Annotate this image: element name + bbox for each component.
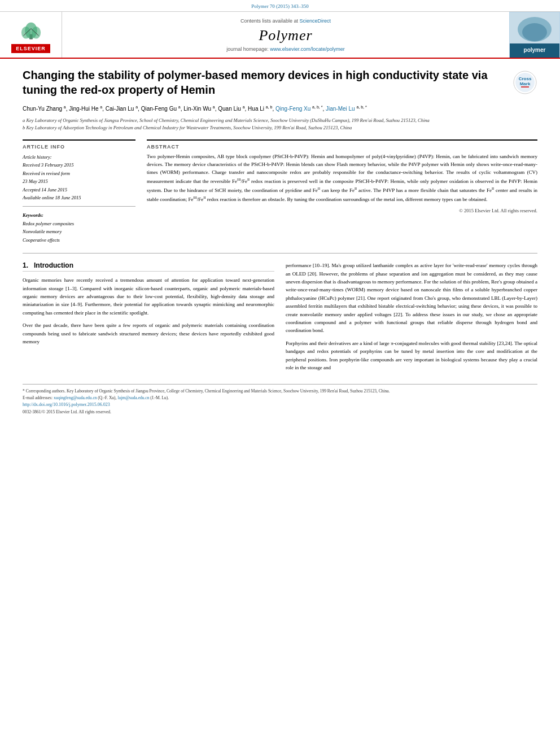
article-info-header: ARTICLE INFO	[23, 144, 135, 150]
sciencedirect-line: Contents lists available at ScienceDirec…	[240, 18, 331, 24]
abstract-header: ABSTRACT	[147, 144, 537, 150]
keyword-1: Redox polymer composites	[23, 220, 135, 228]
main-content-area: 1. Introduction Organic memories have re…	[23, 261, 537, 376]
right-paragraph-1: performance [10–19]. Ma's group utilized…	[286, 261, 537, 335]
intro-col-right: performance [10–19]. Ma's group utilized…	[286, 261, 537, 376]
footer-doi: http://dx.doi.org/10.1016/j.polymer.2015…	[23, 401, 537, 409]
homepage-prefix: journal homepage:	[226, 46, 269, 52]
crossmark-icon: Cross Mark	[513, 70, 537, 95]
author-hua-li: Hua Li	[248, 106, 264, 112]
email-1-link[interactable]: xuqingfeng@suda.edu.cn	[54, 395, 97, 400]
article-info-abstract-section: ARTICLE INFO Article history: Received 3…	[23, 139, 537, 244]
svg-point-3	[31, 27, 40, 39]
svg-point-2	[21, 27, 30, 39]
intro-heading: 1. Introduction	[23, 261, 274, 272]
footer-footnote: * Corresponding authors. Key Laboratory …	[23, 388, 537, 395]
journal-homepage-line: journal homepage: www.elsevier.com/locat…	[226, 46, 345, 52]
journal-ref-text: Polymer 70 (2015) 343–350	[251, 3, 309, 9]
email-1-name: (Q.-F. Xu),	[98, 395, 116, 400]
author-qing-feng-xu[interactable]: Qing-Feng Xu	[275, 106, 310, 112]
polymer-image-graphic: polymer	[510, 12, 559, 58]
keywords-label: Keywords:	[23, 211, 135, 219]
email-label: E-mail addresses:	[23, 395, 53, 400]
author-jian-mei-lu[interactable]: Jian-Mei Lu	[326, 106, 355, 112]
intro-col-left: 1. Introduction Organic memories have re…	[23, 261, 274, 376]
sciencedirect-link[interactable]: ScienceDirect	[300, 18, 331, 24]
author-quan-liu: Quan Liu	[218, 106, 241, 112]
svg-text:Cross: Cross	[519, 76, 532, 81]
intro-paragraph-1: Organic memories have recently received …	[23, 276, 274, 317]
affiliation-b: b Key Laboratory of Adsorption Technolog…	[23, 124, 537, 132]
homepage-link[interactable]: www.elsevier.com/locate/polymer	[270, 46, 345, 52]
footer-section: * Corresponding authors. Key Laboratory …	[23, 384, 537, 416]
journal-center-area: Contents lists available at ScienceDirec…	[62, 12, 509, 58]
footer-issn: 0032-3861/© 2015 Elsevier Ltd. All right…	[23, 409, 537, 416]
elsevier-wordmark: ELSEVIER	[11, 44, 50, 53]
abstract-paragraph: Two polymer-Hemin composites, AB type bl…	[147, 153, 537, 204]
crossmark-badge[interactable]: Cross Mark	[513, 70, 537, 95]
keywords-section: Keywords: Redox polymer composites Nonvo…	[23, 211, 135, 244]
article-container: Changing the stability of polymer-based …	[0, 59, 560, 427]
available-date: Available online 18 June 2015	[23, 194, 135, 202]
author-qian-feng-gu: Qian-Feng Gu	[141, 106, 177, 112]
copyright-line: © 2015 Elsevier Ltd. All rights reserved…	[147, 208, 537, 213]
abstract-text: Two polymer-Hemin composites, AB type bl…	[147, 153, 537, 204]
polymer-journal-image: polymer	[509, 12, 560, 58]
keyword-3: Cooperative effects	[23, 236, 135, 244]
journal-header: ELSEVIER Contents lists available at Sci…	[0, 12, 560, 59]
section-divider	[23, 253, 537, 254]
accepted-date: Accepted 14 June 2015	[23, 186, 135, 194]
author-lin-xin-wu: Lin-Xin Wu	[183, 106, 211, 112]
authors-line: Chun-Yu Zhang a, Jing-Hui He a, Cai-Jian…	[23, 104, 537, 113]
author-chun-yu-zhang: Chun-Yu Zhang	[23, 106, 62, 112]
doi-link[interactable]: http://dx.doi.org/10.1016/j.polymer.2015…	[23, 402, 110, 407]
abstract-col: ABSTRACT Two polymer-Hemin composites, A…	[147, 139, 537, 244]
received-revised-date: 23 May 2015	[23, 177, 135, 185]
affiliations: a Key Laboratory of Organic Synthesis of…	[23, 117, 537, 132]
elsevier-tree-icon	[14, 16, 48, 42]
polymer-cover-svg: polymer	[510, 12, 559, 58]
email-2-name: (J.-M. Lu).	[150, 395, 169, 400]
email-2-link[interactable]: lujm@suda.edu.cn	[117, 395, 149, 400]
history-label: Article history:	[23, 153, 135, 161]
received-revised-label: Received in revised form	[23, 169, 135, 177]
journal-title: Polymer	[259, 27, 312, 44]
received-date: Received 3 February 2015	[23, 161, 135, 169]
elsevier-logo-area: ELSEVIER	[0, 12, 62, 58]
keyword-2: Nonvolatile memory	[23, 228, 135, 235]
journal-reference-bar: Polymer 70 (2015) 343–350	[0, 0, 560, 12]
article-info-box: ARTICLE INFO Article history: Received 3…	[23, 139, 135, 244]
intro-paragraph-2: Over the past decade, there have been qu…	[23, 321, 274, 346]
article-history: Article history: Received 3 February 201…	[23, 153, 135, 207]
author-jing-hui-he: Jing-Hui He	[69, 106, 98, 112]
footer-email-line: E-mail addresses: xuqingfeng@suda.edu.cn…	[23, 395, 537, 401]
affiliation-a: a Key Laboratory of Organic Synthesis of…	[23, 117, 537, 124]
article-info-col: ARTICLE INFO Article history: Received 3…	[23, 139, 135, 244]
abstract-box: ABSTRACT Two polymer-Hemin composites, A…	[147, 139, 537, 214]
author-cai-jian-lu: Cai-Jian Lu	[106, 106, 134, 112]
svg-text:Mark: Mark	[520, 81, 531, 86]
svg-text:polymer: polymer	[524, 47, 546, 53]
svg-point-8	[522, 23, 547, 41]
article-title: Changing the stability of polymer-based …	[23, 68, 505, 97]
right-paragraph-2: Porphyrins and their derivatives are a k…	[286, 339, 537, 372]
article-title-section: Changing the stability of polymer-based …	[23, 68, 537, 97]
sciencedirect-prefix: Contents lists available at	[240, 18, 298, 24]
